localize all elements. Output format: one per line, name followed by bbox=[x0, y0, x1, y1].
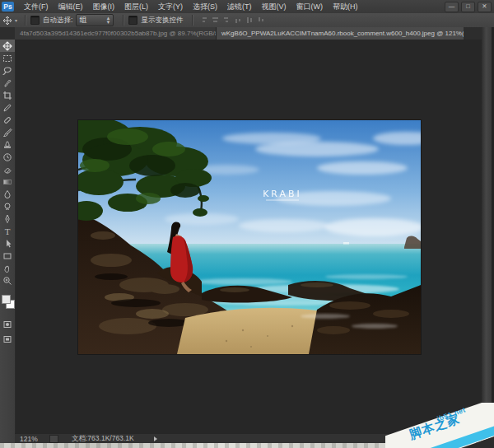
menu-bar: Ps 文件(F) 编辑(E) 图像(I) 图层(L) 文字(Y) 选择(S) 滤… bbox=[0, 0, 494, 14]
status-icon bbox=[49, 435, 58, 443]
menu-view[interactable]: 视图(V) bbox=[257, 1, 291, 13]
photo-document[interactable]: KRABI bbox=[78, 120, 421, 354]
align-left-edges-icon[interactable] bbox=[199, 16, 208, 25]
tool-history-brush[interactable] bbox=[0, 151, 15, 163]
tool-eraser[interactable] bbox=[0, 163, 15, 175]
align-buttons-group bbox=[199, 16, 266, 25]
tool-rectangle-shape[interactable] bbox=[0, 250, 15, 262]
menu-filter[interactable]: 滤镜(T) bbox=[222, 1, 257, 13]
tool-dodge[interactable] bbox=[0, 200, 15, 212]
quick-mask-button[interactable] bbox=[0, 318, 15, 330]
chevron-down-icon: ▾ bbox=[15, 17, 17, 23]
beach-photo: KRABI bbox=[78, 120, 421, 354]
separator bbox=[25, 15, 26, 26]
tool-eyedropper[interactable] bbox=[0, 101, 15, 114]
menu-window[interactable]: 窗口(W) bbox=[291, 1, 329, 13]
show-transform-checkbox[interactable] bbox=[128, 16, 137, 25]
site-watermark-ribbon: jb51.net 脚本之家 bbox=[385, 403, 494, 448]
auto-select-dropdown[interactable]: 组 ▲▼ bbox=[76, 14, 114, 26]
svg-text:T: T bbox=[5, 226, 11, 236]
window-controls: — □ ✕ bbox=[445, 2, 492, 12]
menu-select[interactable]: 选择(S) bbox=[188, 1, 222, 13]
tool-options-bar: ▾ 自动选择: 组 ▲▼ 显示变换控件 bbox=[0, 13, 494, 28]
align-horizontal-centers-icon[interactable] bbox=[245, 16, 254, 25]
tool-brush[interactable] bbox=[0, 126, 15, 138]
tab-title: 4fa7d503a395d14361edc977f0f00302b5ab87b.… bbox=[20, 27, 217, 40]
document-tab-inactive[interactable]: 4fa7d503a395d14361edc977f0f00302b5ab87b.… bbox=[15, 27, 217, 40]
tool-hand[interactable] bbox=[0, 262, 15, 274]
show-transform-label: 显示变换控件 bbox=[141, 16, 183, 26]
ps-logo[interactable]: Ps bbox=[2, 2, 14, 12]
tool-clone-stamp[interactable] bbox=[0, 138, 15, 151]
tab-title: wKgB6O_PPWA2LuKACCIMTnamA60.rbook_commen… bbox=[221, 27, 464, 40]
menu-image[interactable]: 图像(I) bbox=[88, 1, 120, 13]
tool-lasso[interactable] bbox=[0, 64, 15, 77]
document-tab-bar: 4fa7d503a395d14361edc977f0f00302b5ab87b.… bbox=[0, 27, 494, 40]
align-vertical-centers-icon[interactable] bbox=[211, 16, 220, 25]
align-top-edges-icon[interactable] bbox=[234, 16, 243, 25]
align-bottom-edges-icon[interactable] bbox=[257, 16, 266, 25]
tool-preset-picker[interactable]: ▾ bbox=[2, 16, 17, 26]
boat bbox=[343, 242, 349, 245]
krabi-watermark: KRABI bbox=[263, 189, 302, 200]
menu-file[interactable]: 文件(F) bbox=[19, 1, 54, 13]
maximize-button[interactable]: □ bbox=[461, 2, 475, 12]
menu-edit[interactable]: 编辑(E) bbox=[54, 1, 88, 13]
move-tool-icon bbox=[2, 16, 13, 26]
tool-move[interactable] bbox=[0, 40, 15, 52]
status-menu-arrow-icon[interactable] bbox=[154, 436, 157, 441]
minimize-button[interactable]: — bbox=[445, 2, 459, 12]
tool-spot-healing[interactable] bbox=[0, 114, 15, 126]
tool-rectangular-marquee[interactable] bbox=[0, 52, 15, 64]
panel-dock-strip bbox=[482, 27, 492, 433]
tool-pen[interactable] bbox=[0, 212, 15, 225]
tool-gradient[interactable] bbox=[0, 175, 15, 188]
tool-type[interactable]: T bbox=[0, 225, 15, 237]
auto-select-checkbox[interactable] bbox=[30, 16, 40, 25]
screen-mode-button[interactable] bbox=[0, 333, 15, 345]
menu-help[interactable]: 帮助(H) bbox=[328, 1, 363, 13]
tools-panel: T bbox=[0, 40, 16, 443]
foreground-color-swatch[interactable] bbox=[2, 295, 11, 304]
auto-select-label: 自动选择: bbox=[43, 16, 72, 26]
tool-blur[interactable] bbox=[0, 188, 15, 200]
dropdown-arrows-icon: ▲▼ bbox=[105, 16, 110, 25]
photoshop-window: Ps 文件(F) 编辑(E) 图像(I) 图层(L) 文字(Y) 选择(S) 滤… bbox=[0, 0, 494, 448]
separator bbox=[123, 15, 124, 26]
tool-quick-selection[interactable] bbox=[0, 77, 15, 89]
close-button[interactable]: ✕ bbox=[478, 2, 492, 12]
tool-zoom[interactable] bbox=[0, 274, 15, 287]
align-right-edges-icon[interactable] bbox=[222, 16, 231, 25]
tool-crop[interactable] bbox=[0, 89, 15, 101]
zoom-level-field[interactable]: 121% bbox=[20, 435, 48, 443]
menu-type[interactable]: 文字(Y) bbox=[153, 1, 188, 13]
separator bbox=[192, 15, 193, 26]
tool-path-selection[interactable] bbox=[0, 237, 15, 250]
foreground-background-swatches[interactable] bbox=[0, 293, 15, 313]
svg-text:KRABI: KRABI bbox=[263, 189, 302, 199]
auto-select-value: 组 bbox=[79, 16, 86, 26]
menu-layer[interactable]: 图层(L) bbox=[119, 1, 153, 13]
document-tab-active[interactable]: wKgB6O_PPWA2LuKACCIMTnamA60.rbook_commen… bbox=[217, 27, 464, 40]
